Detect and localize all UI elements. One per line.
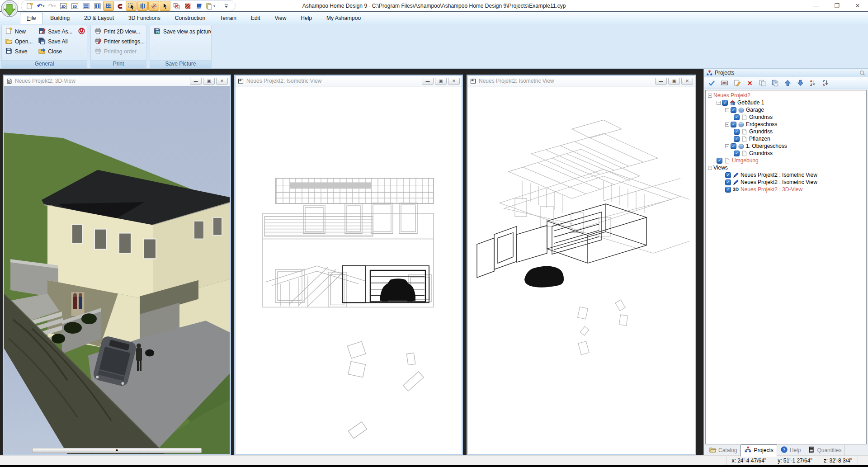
- tree-expander-icon[interactable]: −: [725, 144, 729, 148]
- panel-tab-catalog[interactable]: Catalog: [706, 445, 741, 456]
- tree-checkbox[interactable]: ✓: [717, 158, 722, 164]
- tab-my-ashampoo[interactable]: My Ashampoo: [319, 13, 368, 24]
- tree-item-garage[interactable]: −✓Garage: [706, 106, 866, 113]
- tree-checkbox[interactable]: ✓: [734, 114, 740, 120]
- child-window-title-bar[interactable]: Neues Projekt2: Isometric View ▬ ▣ ✕: [236, 76, 462, 86]
- move-down-icon[interactable]: [796, 78, 805, 88]
- tree-item-label: Views: [713, 165, 728, 171]
- tree-expander-icon[interactable]: −: [717, 101, 721, 105]
- tab-help[interactable]: Help: [293, 13, 319, 24]
- main-area: Neues Projekt2: 3D-View ▬ ▣ ✕: [0, 69, 868, 455]
- tree-item-grundriss[interactable]: ✓Grundriss: [706, 150, 866, 157]
- projects-panel-header[interactable]: Projects: [704, 69, 868, 77]
- child-restore-button[interactable]: ▣: [435, 78, 447, 85]
- 3d-view-viewport[interactable]: [4, 86, 230, 454]
- open-button[interactable]: Open...: [4, 37, 33, 46]
- tab-edit[interactable]: Edit: [244, 13, 268, 24]
- svg-text:?: ?: [783, 447, 785, 452]
- child-close-button[interactable]: ✕: [681, 78, 693, 85]
- copy-icon[interactable]: [758, 78, 767, 88]
- tab-terrain[interactable]: Terrain: [212, 13, 244, 24]
- tree-expander-icon[interactable]: −: [725, 123, 729, 127]
- page-icon: [724, 157, 731, 164]
- tree-item-neues-projekt2-isometric-view[interactable]: ✓Neues Projekt2 : Isometric View: [706, 171, 866, 179]
- print-2d-view-button[interactable]: Print 2D view...: [93, 27, 146, 36]
- delete-icon[interactable]: ✕: [745, 78, 755, 88]
- tree-item-1-obergeschoss[interactable]: −✓1. Obergeschoss: [706, 142, 866, 150]
- tree-item-grundriss[interactable]: ✓Grundriss: [706, 113, 866, 121]
- tree-item-umgebung[interactable]: ✓Umgebung: [706, 157, 866, 164]
- tree-checkbox[interactable]: ✓: [731, 143, 736, 149]
- tree-expander-icon[interactable]: −: [725, 108, 729, 112]
- close-button[interactable]: ✕: [847, 0, 868, 11]
- rename-icon[interactable]: abl: [720, 78, 729, 88]
- ribbon-group-print: Print 2D view...Printer settings...Print…: [90, 25, 146, 68]
- tree-checkbox[interactable]: ✓: [725, 179, 731, 185]
- tree-item-neues-projekt2[interactable]: −Neues Projekt2: [706, 92, 866, 99]
- minimize-button[interactable]: —: [806, 0, 826, 11]
- tree-item-erdgeschoss[interactable]: −✓Erdgeschoss: [706, 121, 866, 128]
- child-restore-button[interactable]: ▣: [668, 78, 680, 85]
- save-view-as-picture-button[interactable]: Save view as picture: [152, 27, 212, 36]
- tree-checkbox[interactable]: ✓: [725, 187, 731, 193]
- tree-item-pflanzen[interactable]: ✓Pflanzen: [706, 135, 866, 142]
- close-button[interactable]: Close: [37, 47, 73, 56]
- child-window-title-bar[interactable]: Neues Projekt2: 3D-View ▬ ▣ ✕: [4, 76, 230, 86]
- child-window-isometric-view-2[interactable]: Neues Projekt2: Isometric View ▬ ▣ ✕: [467, 75, 696, 455]
- edit-properties-icon[interactable]: [732, 78, 742, 88]
- save-as-button[interactable]: Save As...: [37, 27, 73, 36]
- tab-building[interactable]: Building: [43, 13, 77, 24]
- child-minimize-button[interactable]: ▬: [422, 78, 434, 85]
- restore-button[interactable]: ❐: [826, 0, 847, 11]
- tree-checkbox[interactable]: ✓: [734, 129, 740, 135]
- svg-text:Z: Z: [810, 83, 812, 86]
- tab-2d-layout[interactable]: 2D & Layout: [77, 13, 121, 24]
- sort-ascending-icon[interactable]: AZ: [808, 78, 818, 88]
- new-button[interactable]: New: [4, 27, 33, 36]
- isometric-view-viewport[interactable]: [236, 86, 462, 454]
- tree-item-label: Umgebung: [732, 157, 759, 164]
- tree-item-geb-ude-1[interactable]: −✓Gebäude 1: [706, 99, 866, 106]
- tree-item-label: Grundriss: [749, 128, 773, 135]
- svg-text:A: A: [823, 83, 825, 86]
- save-button[interactable]: Save: [4, 47, 33, 56]
- child-close-button[interactable]: ✕: [216, 78, 228, 85]
- move-up-icon[interactable]: [783, 78, 793, 88]
- magnifier-icon[interactable]: [859, 70, 866, 76]
- tree-checkbox[interactable]: ✓: [734, 151, 740, 156]
- panel-tab-projects[interactable]: Projects: [741, 444, 777, 457]
- tree-item-views[interactable]: −Views: [706, 164, 866, 171]
- panel-tab-quantities[interactable]: Quantities: [804, 445, 845, 456]
- exit-button[interactable]: Exit: [77, 27, 87, 36]
- 3d-view-scrollbar[interactable]: [32, 448, 202, 453]
- child-window-isometric-view-1[interactable]: Neues Projekt2: Isometric View ▬ ▣ ✕: [234, 75, 463, 455]
- isometric-wireframe-viewport[interactable]: [468, 86, 695, 454]
- tree-item-grundriss[interactable]: ✓Grundriss: [706, 128, 866, 135]
- tree-item-neues-projekt2-isometric-view[interactable]: ✓Neues Projekt2 : Isometric View: [706, 179, 866, 186]
- child-restore-button[interactable]: ▣: [203, 78, 215, 85]
- child-window-3d-view[interactable]: Neues Projekt2: 3D-View ▬ ▣ ✕: [3, 75, 231, 455]
- save-all-button[interactable]: Save All: [37, 37, 73, 46]
- tab-3d-functions[interactable]: 3D Functions: [121, 13, 168, 24]
- tree-checkbox[interactable]: ✓: [731, 122, 736, 127]
- duplicate-icon[interactable]: [770, 78, 780, 88]
- tab-view[interactable]: View: [268, 13, 294, 24]
- tab-file[interactable]: File: [20, 13, 43, 24]
- tree-item-neues-projekt2-3d-view[interactable]: ✓3DNeues Projekt2 : 3D-View: [706, 186, 866, 193]
- sort-descending-icon[interactable]: ZA: [821, 78, 830, 88]
- panel-tab-help[interactable]: ?Help: [777, 445, 805, 456]
- tree-expander-icon[interactable]: −: [708, 166, 712, 170]
- child-minimize-button[interactable]: ▬: [190, 78, 202, 85]
- apply-icon[interactable]: [707, 78, 717, 88]
- app-logo-icon[interactable]: [1, 0, 19, 18]
- tree-expander-icon[interactable]: −: [708, 94, 712, 98]
- tab-construction[interactable]: Construction: [168, 13, 212, 24]
- tree-checkbox[interactable]: ✓: [731, 107, 736, 113]
- tree-checkbox[interactable]: ✓: [734, 136, 740, 142]
- tree-checkbox[interactable]: ✓: [725, 172, 731, 178]
- child-minimize-button[interactable]: ▬: [655, 78, 667, 85]
- tree-checkbox[interactable]: ✓: [722, 100, 728, 106]
- child-close-button[interactable]: ✕: [448, 78, 460, 85]
- printer-settings-button[interactable]: Printer settings...: [93, 37, 146, 46]
- child-window-title-bar[interactable]: Neues Projekt2: Isometric View ▬ ▣ ✕: [468, 76, 695, 86]
